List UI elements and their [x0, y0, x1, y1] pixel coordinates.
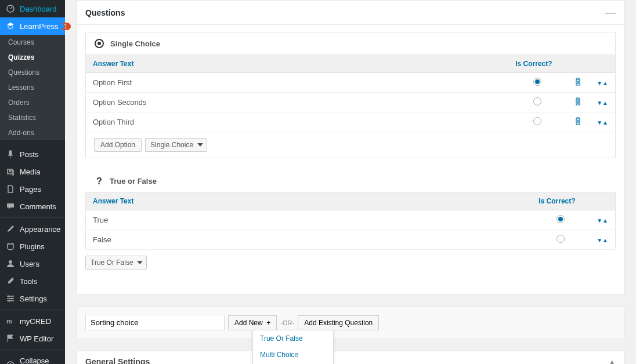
svg-point-1 [9, 171, 11, 173]
col-answer-text: Answer Text [86, 55, 508, 73]
svg-point-3 [8, 296, 10, 297]
learnpress-badge: 1 [60, 23, 71, 30]
general-settings-header: General Settings ▲ [77, 351, 624, 364]
menu-dashboard-label: Dashboard [20, 5, 57, 13]
menu-dashboard[interactable]: Dashboard [0, 0, 65, 17]
answer-text[interactable]: False [86, 230, 532, 250]
sort-icon[interactable]: ▼▲ [597, 80, 608, 86]
new-question-input[interactable] [85, 315, 225, 330]
sort-icon[interactable]: ▼▲ [597, 119, 608, 126]
submenu-lessons[interactable]: Lessons [0, 80, 65, 95]
submenu-quizzes[interactable]: Quizzes [0, 50, 65, 65]
menu-collapse[interactable]: Collapse menu [0, 352, 65, 364]
comment-icon [6, 202, 15, 211]
menu-settings[interactable]: Settings [0, 290, 65, 307]
menu-mycred[interactable]: m myCRED [0, 312, 65, 330]
dropdown-item-multi-choice[interactable]: Multi Choice [253, 347, 333, 363]
correct-radio[interactable] [556, 215, 565, 223]
menu-users[interactable]: Users [0, 255, 65, 272]
answer-text[interactable]: Option Seconds [86, 93, 508, 112]
submenu-questions[interactable]: Questions [0, 65, 65, 80]
svg-point-4 [11, 298, 13, 300]
submenu-courses[interactable]: Courses [0, 35, 65, 50]
menu-tools-label: Tools [20, 277, 37, 286]
dashboard-icon [6, 4, 15, 13]
menu-settings-label: Settings [20, 294, 47, 303]
submenu-orders[interactable]: Orders [0, 95, 65, 110]
collapse-icon [6, 361, 15, 364]
questions-panel-header: Questions — [77, 1, 624, 25]
menu-posts-label: Posts [20, 150, 39, 159]
menu-users-label: Users [20, 260, 39, 268]
menu-comments[interactable]: Comments [0, 198, 65, 215]
col-sort [590, 55, 615, 73]
submenu-addons[interactable]: Add-ons [0, 125, 65, 140]
question-type-select[interactable]: Single Choice [145, 138, 207, 152]
question-title: True or False [110, 177, 157, 185]
question-header: ? True or False [85, 170, 616, 192]
menu-tools[interactable]: Tools [0, 272, 65, 290]
or-text: -OR- [280, 319, 294, 326]
questions-panel: Questions — Single Choice Answer Text Is… [77, 0, 624, 294]
media-icon [6, 167, 15, 176]
add-option-button[interactable]: Add Option [94, 138, 142, 152]
panel-title: Questions [85, 8, 125, 17]
main-content: Questions — Single Choice Answer Text Is… [65, 0, 636, 364]
question-actions: Add Option Single Choice [86, 132, 615, 158]
menu-wpeditor-label: WP Editor [20, 334, 53, 343]
correct-radio[interactable] [533, 97, 541, 105]
col-is-correct: Is Correct? [508, 55, 566, 73]
correct-radio[interactable] [533, 78, 541, 86]
sliders-icon [6, 294, 15, 303]
sort-icon[interactable]: ▼▲ [597, 217, 608, 224]
answer-text[interactable]: True [86, 210, 532, 230]
col-sort [590, 192, 615, 210]
settings-collapse-button[interactable]: ▲ [608, 358, 616, 365]
mycred-icon: m [6, 316, 15, 326]
menu-appearance-label: Appearance [20, 225, 60, 234]
trash-icon[interactable] [574, 99, 582, 107]
question-actions: True Or False [85, 250, 616, 275]
menu-posts[interactable]: Posts [0, 145, 65, 163]
answer-row: True ▼▲ [86, 210, 616, 230]
trash-icon[interactable] [574, 79, 582, 88]
svg-point-9 [97, 42, 101, 45]
pin-icon [6, 150, 15, 159]
menu-plugins-label: Plugins [20, 242, 45, 251]
learnpress-submenu: Courses Quizzes Questions Lessons Orders… [0, 35, 65, 140]
plugin-icon [6, 242, 15, 251]
answer-text[interactable]: Option First [86, 73, 508, 93]
question-type-select[interactable]: True Or False [85, 256, 147, 270]
menu-comments-label: Comments [20, 202, 56, 211]
menu-mycred-label: myCRED [20, 317, 51, 326]
menu-plugins[interactable]: Plugins [0, 238, 65, 255]
trash-icon[interactable] [574, 118, 582, 127]
answer-row: Option Seconds ▼▲ [86, 93, 615, 112]
user-icon [6, 259, 15, 268]
answers-table: Answer Text Is Correct? Option First ▼▲ [86, 55, 615, 132]
answer-text[interactable]: Option Third [86, 112, 508, 132]
sort-icon[interactable]: ▼▲ [597, 237, 608, 243]
single-choice-icon [94, 38, 104, 49]
dropdown-item-true-false[interactable]: True Or False [253, 330, 333, 347]
menu-wpeditor[interactable]: WP Editor [0, 330, 65, 347]
correct-radio[interactable] [533, 117, 541, 125]
sort-icon[interactable]: ▼▲ [597, 100, 608, 106]
submenu-statistics[interactable]: Statistics [0, 110, 65, 125]
answers-table: Answer Text Is Correct? True ▼▲ False [85, 192, 616, 250]
correct-radio[interactable] [556, 235, 565, 243]
add-new-button[interactable]: Add New + [228, 315, 277, 330]
panel-collapse-button[interactable]: — [605, 6, 616, 19]
answer-row: False ▼▲ [86, 230, 616, 250]
page-icon [6, 184, 15, 194]
add-existing-button[interactable]: Add Existing Question [298, 315, 379, 330]
menu-pages[interactable]: Pages [0, 180, 65, 198]
menu-learnpress[interactable]: LearnPress 1 [0, 17, 65, 35]
col-is-correct: Is Correct? [532, 192, 590, 210]
answer-row: Option Third ▼▲ [86, 112, 615, 132]
question-block-true-false: ? True or False Answer Text Is Correct? [85, 170, 616, 275]
admin-sidebar: Dashboard LearnPress 1 Courses Quizzes Q… [0, 0, 65, 364]
question-block-single-choice: Single Choice Answer Text Is Correct? [85, 32, 616, 158]
menu-media[interactable]: Media [0, 163, 65, 180]
menu-appearance[interactable]: Appearance [0, 220, 65, 238]
